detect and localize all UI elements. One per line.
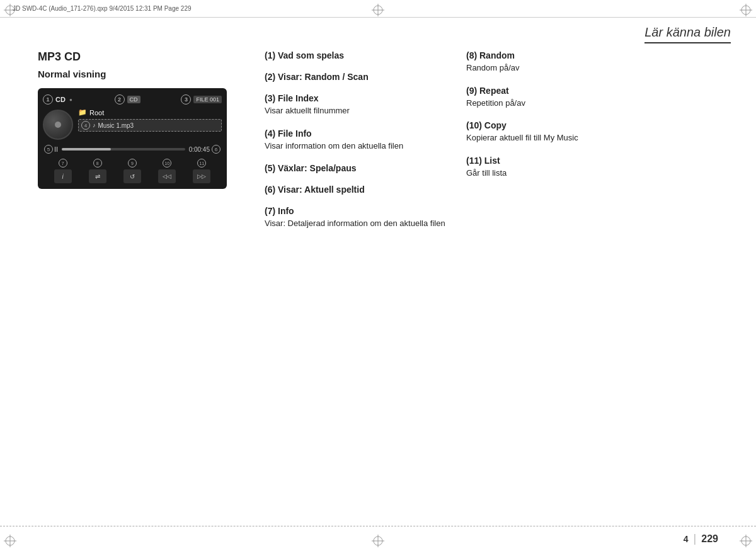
footer: 4 | 229 [0, 526, 756, 551]
ctrl-shuffle-btn[interactable]: ⇌ [89, 169, 106, 183]
circle-8: 8 [93, 159, 102, 168]
subsection-title: Normal visning [38, 69, 252, 79]
disc-inner [55, 122, 61, 128]
circle-11: 11 [197, 159, 206, 168]
right-item-title-3: (11) List [466, 156, 643, 166]
mid-item-title-3: (4) File Info [265, 128, 447, 139]
ctrl-info-group: 7 i [54, 159, 72, 183]
mid-item-1: (2) Visar: Random / Scan [265, 72, 447, 82]
footer-section-num: 4 [684, 534, 689, 544]
page-title-area: Lär känna bilen [644, 25, 731, 43]
ctrl-next-group: 11 ▷▷ [193, 159, 210, 183]
mid-item-2: (3) File IndexVisar aktuellt filnummer [265, 93, 447, 117]
right-item-1: (9) RepeatRepetition på/av [466, 86, 643, 110]
circle-4: 4 [81, 121, 90, 130]
player-folder: 📁 Root [78, 108, 222, 116]
right-item-title-0: (8) Random [466, 50, 643, 60]
mid-item-4: (5) Växlar: Spela/paus [265, 163, 447, 173]
player-progress-row: 5 II 0:00:45 6 [43, 145, 222, 154]
circle-3: 3 [181, 94, 191, 105]
circle-5: 5 [44, 145, 53, 154]
mid-item-text-6: Visar: Detaljerad information om den akt… [265, 217, 447, 230]
circle-6: 6 [212, 145, 220, 154]
circle-9: 9 [128, 159, 137, 168]
middle-column: (1) Vad som spelas(2) Visar: Random / Sc… [265, 50, 447, 241]
right-item-3: (11) ListGår till lista [466, 156, 643, 179]
mode-badge-file: FILE 001 [193, 96, 222, 103]
section-title: MP3 CD [38, 50, 252, 64]
mid-item-text-3: Visar information om den aktuella filen [265, 140, 447, 152]
time-display: 0:00:45 [189, 146, 210, 153]
right-item-0: (8) RandomRandom på/av [466, 50, 643, 74]
ctrl-repeat-btn[interactable]: ↺ [123, 169, 141, 183]
ctrl-prev-btn[interactable]: ◁◁ [158, 169, 176, 183]
circle-7: 7 [59, 159, 67, 168]
circle-10: 10 [163, 159, 171, 168]
page-title: Lär känna bilen [644, 25, 731, 39]
right-column: (8) RandomRandom på/av(9) RepeatRepetiti… [466, 50, 643, 190]
mid-item-text-2: Visar aktuellt filnummer [265, 105, 447, 117]
right-item-title-1: (9) Repeat [466, 86, 643, 96]
circle-1: 1 [43, 94, 53, 105]
header-text: JD SWD-4C (Audio_171-276).qxp 9/4/2015 1… [13, 5, 192, 12]
right-item-text-2: Kopierar aktuell fil till My Music [466, 132, 643, 144]
right-item-text-3: Går till lista [466, 167, 643, 179]
player-file: 4 ♪ Music 1.mp3 [78, 119, 222, 132]
mid-item-title-5: (6) Visar: Aktuell speltid [265, 185, 447, 195]
file-name: Music 1.mp3 [98, 122, 134, 129]
right-item-2: (10) CopyKopierar aktuell fil till My Mu… [466, 120, 643, 144]
player-ui: 1 CD ● 2 CD 3 FILE 001 [38, 88, 227, 189]
ctrl-repeat-group: 9 ↺ [123, 159, 141, 183]
player-disc [43, 110, 73, 140]
footer-page: 4 | 229 [684, 532, 718, 545]
mid-item-0: (1) Vad som spelas [265, 50, 447, 60]
player-info: 📁 Root 4 ♪ Music 1.mp3 [78, 108, 222, 132]
right-item-text-1: Repetition på/av [466, 97, 643, 110]
progress-bar-fill [62, 148, 111, 151]
mid-item-title-6: (7) Info [265, 206, 447, 216]
player-body: 📁 Root 4 ♪ Music 1.mp3 [43, 108, 222, 140]
mid-item-3: (4) File InfoVisar information om den ak… [265, 128, 447, 152]
right-item-text-0: Random på/av [466, 62, 643, 74]
player-top-bar: 1 CD ● 2 CD 3 FILE 001 [43, 94, 222, 105]
mid-item-5: (6) Visar: Aktuell speltid [265, 185, 447, 195]
mid-item-title-2: (3) File Index [265, 93, 447, 103]
footer-page-num: 229 [701, 533, 718, 545]
mid-item-title-1: (2) Visar: Random / Scan [265, 72, 447, 82]
main-content: MP3 CD Normal visning 1 CD ● 2 CD [38, 50, 718, 513]
mid-item-6: (7) InfoVisar: Detaljerad information om… [265, 206, 447, 230]
footer-separator: | [694, 532, 697, 545]
play-symbol: II [54, 145, 58, 153]
folder-name: Root [89, 109, 104, 116]
header-bar: JD SWD-4C (Audio_171-276).qxp 9/4/2015 1… [0, 0, 756, 18]
mid-item-title-4: (5) Växlar: Spela/paus [265, 163, 447, 173]
ctrl-next-btn[interactable]: ▷▷ [193, 169, 210, 183]
cd-label: CD [55, 96, 66, 103]
left-column: MP3 CD Normal visning 1 CD ● 2 CD [38, 50, 252, 189]
mode-badge-cd: CD [127, 96, 140, 103]
folder-icon: 📁 [78, 108, 87, 116]
right-item-title-2: (10) Copy [466, 120, 643, 130]
progress-bar [62, 148, 185, 151]
cd-dot: ● [69, 97, 72, 103]
mid-item-title-0: (1) Vad som spelas [265, 50, 447, 60]
ctrl-info-btn[interactable]: i [54, 169, 72, 183]
circle-2: 2 [115, 94, 125, 105]
ctrl-shuffle-group: 8 ⇌ [89, 159, 106, 183]
title-underline [644, 42, 731, 43]
player-controls: 7 i 8 ⇌ 9 ↺ 10 [43, 159, 222, 183]
file-icon: ♪ [93, 122, 96, 128]
ctrl-prev-group: 10 ◁◁ [158, 159, 176, 183]
